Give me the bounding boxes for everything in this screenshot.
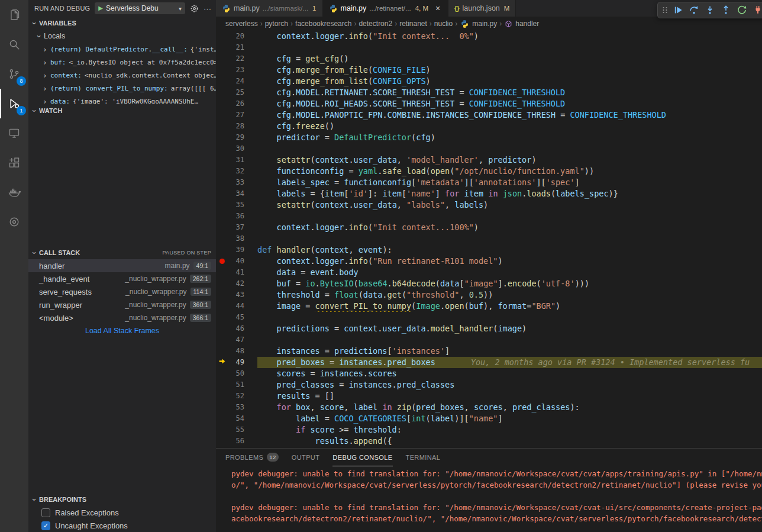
code-line[interactable]: 20 context.logger.info("Init context... … bbox=[216, 31, 762, 42]
code-line[interactable]: 44 image = convert_PIL_to_numpy(Image.op… bbox=[216, 301, 762, 312]
breakpoint-margin[interactable] bbox=[216, 256, 228, 267]
editor-gutter[interactable]: 33 bbox=[216, 177, 257, 188]
breakpoint-margin[interactable] bbox=[216, 402, 228, 413]
stack-frame[interactable]: serve_requests_nuclio_wrapper.py114:1 bbox=[28, 285, 216, 298]
editor-gutter[interactable]: 53 bbox=[216, 402, 257, 413]
breakpoint-margin[interactable] bbox=[216, 177, 228, 188]
editor-tab[interactable]: main.py.../retinanet/...4, M× bbox=[323, 0, 448, 17]
code-line[interactable]: 38 bbox=[216, 233, 762, 244]
variable-row[interactable]: ›data:{'image': 'iVBORw0KGgoAAAANSUhE… bbox=[28, 95, 216, 104]
breakpoint-margin[interactable] bbox=[216, 87, 228, 98]
editor-gutter[interactable]: 50 bbox=[216, 368, 257, 379]
breakpoint-margin[interactable] bbox=[216, 334, 228, 346]
panel-tab-problems[interactable]: PROBLEMS12 bbox=[225, 449, 279, 466]
editor-gutter[interactable]: 55 bbox=[216, 424, 257, 436]
step-over-button[interactable] bbox=[687, 3, 701, 17]
editor-gutter[interactable]: 32 bbox=[216, 166, 257, 177]
code-line[interactable]: 21 bbox=[216, 42, 762, 53]
breakpoint-row[interactable]: ✓Uncaught Exceptions bbox=[28, 519, 216, 532]
breakpoint-margin[interactable] bbox=[216, 312, 228, 323]
debug-config-picker[interactable]: ▶ Serverless Debu ▾ bbox=[95, 2, 185, 14]
code-line[interactable]: 51 pred_classes = instances.pred_classes bbox=[216, 379, 762, 391]
breakpoint-margin[interactable] bbox=[216, 346, 228, 357]
activity-item-remote-explorer[interactable] bbox=[0, 118, 28, 148]
breakpoint-margin[interactable] bbox=[216, 109, 228, 121]
editor-gutter[interactable]: 28 bbox=[216, 121, 257, 132]
step-out-button[interactable] bbox=[719, 3, 733, 17]
restart-button[interactable] bbox=[735, 3, 749, 17]
breadcrumb-item[interactable]: nuclio bbox=[434, 20, 453, 28]
editor-gutter[interactable]: 35 bbox=[216, 199, 257, 211]
call-stack-section-header[interactable]: › CALL STACK PAUSED ON STEP bbox=[28, 246, 216, 259]
editor-gutter[interactable]: 38 bbox=[216, 233, 257, 244]
code-line[interactable]: 55 if score >= threshold: bbox=[216, 424, 762, 436]
breakpoints-section-header[interactable]: › BREAKPOINTS bbox=[28, 493, 216, 506]
editor-gutter[interactable]: 39 bbox=[216, 244, 257, 256]
editor-gutter[interactable]: 45 bbox=[216, 312, 257, 323]
code-line[interactable]: 25 cfg.MODEL.RETINANET.SCORE_THRESH_TEST… bbox=[216, 87, 762, 98]
breadcrumb-item[interactable]: serverless bbox=[225, 20, 258, 28]
editor-gutter[interactable]: 40 bbox=[216, 256, 257, 267]
breadcrumb-item[interactable]: pytorch bbox=[265, 20, 288, 28]
code-line[interactable]: 46 predictions = context.user_data.model… bbox=[216, 323, 762, 334]
activity-item-search[interactable] bbox=[0, 30, 28, 59]
variables-section-header[interactable]: › VARIABLES bbox=[28, 17, 216, 30]
variable-row[interactable]: ›(return) convert_PIL_to_numpy:array([[[… bbox=[28, 82, 216, 95]
breakpoint-margin[interactable] bbox=[216, 278, 228, 289]
activity-item-docker[interactable] bbox=[0, 178, 28, 207]
breakpoint-margin[interactable] bbox=[216, 132, 228, 143]
editor-tab[interactable]: {}launch.jsonM bbox=[448, 0, 516, 17]
breakpoint-margin[interactable] bbox=[216, 436, 228, 447]
variable-row[interactable]: ›(return) DefaultPredictor.__call__:{'in… bbox=[28, 43, 216, 56]
variables-scope-locals[interactable]: › Locals bbox=[28, 30, 216, 43]
editor-gutter[interactable]: 37 bbox=[216, 222, 257, 233]
code-line[interactable]: 56 results.append({ bbox=[216, 436, 762, 447]
editor-gutter[interactable]: 20 bbox=[216, 31, 257, 42]
breakpoint-margin[interactable] bbox=[216, 289, 228, 301]
continue-button[interactable] bbox=[671, 3, 685, 17]
breadcrumb-item[interactable]: facebookresearch bbox=[295, 20, 351, 28]
breakpoint-margin[interactable] bbox=[216, 53, 228, 65]
editor-gutter[interactable]: 26 bbox=[216, 98, 257, 109]
close-icon[interactable]: × bbox=[434, 4, 442, 13]
code-line[interactable]: 53 for box, score, label in zip(pred_box… bbox=[216, 402, 762, 413]
code-line[interactable]: 50 scores = instances.scores bbox=[216, 368, 762, 379]
stack-frame[interactable]: run_wrapper_nuclio_wrapper.py360:1 bbox=[28, 298, 216, 311]
breakpoint-margin[interactable] bbox=[216, 379, 228, 391]
breakpoint-margin[interactable] bbox=[216, 65, 228, 76]
code-line[interactable]: 30 bbox=[216, 143, 762, 154]
editor-gutter[interactable]: 31 bbox=[216, 154, 257, 166]
toolbar-gripper[interactable] bbox=[660, 3, 669, 17]
editor-gutter[interactable]: 29 bbox=[216, 132, 257, 143]
code-line[interactable]: 47 bbox=[216, 334, 762, 346]
stack-frame[interactable]: handlermain.py49:1 bbox=[28, 259, 216, 272]
breakpoint-margin[interactable] bbox=[216, 244, 228, 256]
breakpoint-margin[interactable] bbox=[216, 76, 228, 87]
breakpoint-margin[interactable] bbox=[216, 98, 228, 109]
editor-gutter[interactable]: 22 bbox=[216, 53, 257, 65]
step-into-button[interactable] bbox=[703, 3, 717, 17]
start-debugging-icon[interactable]: ▶ bbox=[98, 5, 103, 11]
code-line[interactable]: 33 labels_spec = functionconfig['metadat… bbox=[216, 177, 762, 188]
activity-item-explorer[interactable] bbox=[0, 0, 28, 30]
editor-gutter[interactable]: 34 bbox=[216, 188, 257, 199]
gear-icon[interactable] bbox=[190, 4, 199, 13]
editor-gutter[interactable]: 25 bbox=[216, 87, 257, 98]
code-line[interactable]: 48 instances = predictions['instances'] bbox=[216, 346, 762, 357]
code-line[interactable]: 39def handler(context, event): bbox=[216, 244, 762, 256]
editor-tab[interactable]: main.py.../siammask/...1 bbox=[216, 0, 323, 17]
disconnect-button[interactable] bbox=[751, 3, 762, 17]
code-line[interactable]: 26 cfg.MODEL.ROI_HEADS.SCORE_THRESH_TEST… bbox=[216, 98, 762, 109]
breadcrumb-symbol[interactable]: handler bbox=[515, 20, 539, 28]
code-line[interactable]: 34 labels = {item['id']: item['name'] fo… bbox=[216, 188, 762, 199]
editor-gutter[interactable]: 41 bbox=[216, 267, 257, 278]
breakpoint-margin[interactable] bbox=[216, 211, 228, 222]
breakpoint-margin[interactable] bbox=[216, 413, 228, 424]
code-line[interactable]: 27 cfg.MODEL.PANOPTIC_FPN.COMBINE.INSTAN… bbox=[216, 109, 762, 121]
breakpoint-margin[interactable] bbox=[216, 424, 228, 436]
code-line[interactable]: 31 setattr(context.user_data, 'model_han… bbox=[216, 154, 762, 166]
breakpoint-margin[interactable] bbox=[216, 357, 228, 368]
editor-gutter[interactable]: 21 bbox=[216, 42, 257, 53]
code-line[interactable]: 40 context.logger.info("Run retinanet-R1… bbox=[216, 256, 762, 267]
code-line[interactable]: 54 label = COCO_CATEGORIES[int(label)]["… bbox=[216, 413, 762, 424]
